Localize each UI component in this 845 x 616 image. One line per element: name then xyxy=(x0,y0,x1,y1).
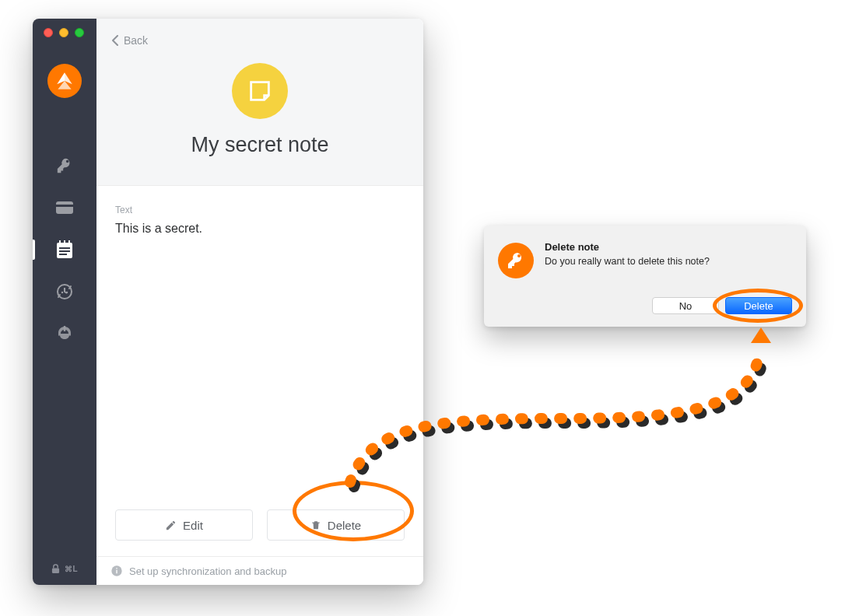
dialog-delete-label: Delete xyxy=(744,300,773,312)
minimize-window-button[interactable] xyxy=(59,28,68,37)
note-header: Back My secret note xyxy=(96,19,423,186)
svg-rect-6 xyxy=(59,254,67,255)
brand-logo[interactable] xyxy=(47,64,82,98)
footer-banner[interactable]: Set up synchronization and backup xyxy=(96,556,423,585)
dialog-message: Do you really want to delete this note? xyxy=(545,256,710,267)
annotation-arrowhead xyxy=(751,327,771,343)
edit-button[interactable]: Edit xyxy=(115,509,253,541)
pencil-icon xyxy=(165,520,177,531)
delete-label: Delete xyxy=(328,519,361,532)
delete-button[interactable]: Delete xyxy=(267,509,405,541)
dialog-delete-button[interactable]: Delete xyxy=(725,297,792,314)
back-label: Back xyxy=(124,34,148,47)
svg-rect-2 xyxy=(64,240,65,244)
svg-rect-9 xyxy=(52,569,59,573)
notepad-icon xyxy=(56,240,73,259)
sidebar-item-passwords[interactable] xyxy=(33,145,96,187)
sync-icon xyxy=(55,282,74,301)
sidebar-item-generator[interactable] xyxy=(33,271,96,313)
action-buttons: Edit Delete xyxy=(115,509,405,548)
dialog-app-icon xyxy=(498,243,534,278)
sidebar: ⌘L xyxy=(33,19,96,585)
brand-icon xyxy=(54,71,75,91)
window-controls xyxy=(44,28,84,37)
helmet-icon xyxy=(55,324,74,343)
key-icon xyxy=(507,251,525,270)
sidebar-item-cards[interactable] xyxy=(33,187,96,229)
svg-rect-11 xyxy=(116,570,117,574)
zoom-window-button[interactable] xyxy=(75,28,84,37)
sidebar-item-notes[interactable] xyxy=(33,229,96,271)
svg-rect-3 xyxy=(68,240,70,244)
dialog-no-button[interactable]: No xyxy=(652,297,719,314)
app-window: ⌘L Back My secret note Text This is a se… xyxy=(33,19,423,585)
svg-rect-5 xyxy=(59,250,70,252)
note-category-icon xyxy=(232,63,288,119)
lock-shortcut-label: ⌘L xyxy=(65,565,77,573)
text-field-value: This is a secret. xyxy=(115,222,405,236)
back-button[interactable]: Back xyxy=(112,34,148,47)
note-title: My secret note xyxy=(112,133,408,157)
edit-label: Edit xyxy=(183,519,203,532)
confirm-delete-dialog: Delete note Do you really want to delete… xyxy=(484,226,806,327)
lock-icon xyxy=(51,564,60,574)
main-panel: Back My secret note Text This is a secre… xyxy=(96,19,423,585)
svg-rect-12 xyxy=(116,568,117,569)
sidebar-item-security[interactable] xyxy=(33,313,96,355)
dialog-title: Delete note xyxy=(545,241,710,253)
dialog-no-label: No xyxy=(679,300,692,312)
chevron-left-icon xyxy=(112,35,119,46)
svg-rect-8 xyxy=(64,326,66,331)
text-field-label: Text xyxy=(115,205,405,215)
trash-icon xyxy=(310,519,321,531)
lock-shortcut[interactable]: ⌘L xyxy=(51,564,77,574)
sticky-note-icon xyxy=(247,78,273,104)
svg-rect-4 xyxy=(59,247,70,249)
note-body: Text This is a secret. Edit Delete xyxy=(96,186,423,556)
footer-text: Set up synchronization and backup xyxy=(129,565,286,577)
close-window-button[interactable] xyxy=(44,28,53,37)
svg-rect-1 xyxy=(59,240,61,244)
key-icon xyxy=(56,157,73,174)
card-icon xyxy=(56,201,73,214)
info-icon xyxy=(110,565,123,577)
